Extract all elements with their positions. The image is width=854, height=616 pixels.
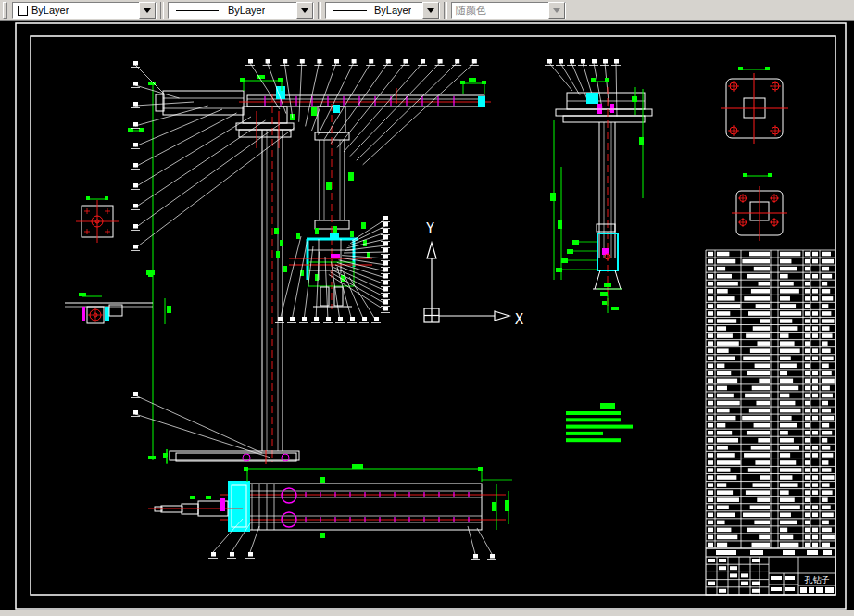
drawing-primitive [708, 386, 713, 391]
drawing-primitive [350, 63, 440, 157]
drawing-primitive [348, 172, 354, 181]
drawing-primitive [708, 371, 713, 376]
drawing-primitive [600, 403, 615, 409]
drawing-primitive [805, 304, 810, 308]
drawing-primitive [299, 63, 302, 122]
drawing-primitive [708, 326, 713, 331]
drawing-primitive [822, 274, 832, 279]
drawing-primitive [427, 243, 436, 258]
drawing-primitive [805, 311, 810, 316]
drawing-primitive [812, 490, 818, 495]
drawing-primitive [812, 468, 818, 472]
drawing-primitive [756, 304, 770, 308]
drawing-primitive [717, 513, 735, 518]
drawing-primitive [805, 497, 810, 502]
drawing-primitive [266, 59, 270, 64]
drawing-primitive [805, 394, 810, 398]
drawing-primitive [741, 582, 748, 585]
drawing-primitive [805, 364, 810, 369]
drawing-primitive [708, 296, 713, 301]
drawing-primitive [749, 409, 770, 413]
drawing-primitive [812, 371, 818, 376]
drawing-primitive [805, 535, 810, 540]
plan-view [148, 449, 512, 560]
drawing-primitive [812, 348, 818, 353]
drawing-primitive [780, 535, 793, 540]
drawing-primitive [744, 296, 770, 301]
drawing-primitive [822, 543, 830, 547]
drawing-primitive [280, 240, 283, 246]
drawing-primitive [717, 333, 733, 338]
drawing-primitive [472, 59, 477, 64]
drawing-primitive [717, 274, 732, 279]
drawing-primitive [822, 252, 831, 257]
drawing-primitive [708, 446, 713, 450]
drawing-primitive [333, 226, 337, 233]
drawing-primitive [748, 468, 770, 472]
drawing-primitive [592, 59, 597, 64]
drawing-primitive [822, 394, 833, 398]
drawing-primitive [595, 270, 600, 289]
drawing-primitive [812, 289, 818, 294]
drawing-primitive [560, 63, 580, 95]
drawing-primitive [361, 222, 366, 229]
drawing-primitive [822, 311, 831, 316]
drawing-primitive [278, 78, 283, 82]
drawing-primitive [780, 468, 801, 472]
drawing-primitive [717, 490, 733, 495]
flange-views [721, 67, 788, 241]
drawing-primitive [708, 289, 713, 294]
drawing-primitive [148, 456, 156, 459]
drawing-primitive [780, 528, 787, 533]
drawing-primitive [780, 483, 798, 487]
drawing-primitive [812, 453, 818, 458]
drawing-primitive [283, 59, 287, 64]
drawing-primitive [717, 453, 735, 458]
drawing-primitive [708, 319, 713, 323]
drawing-primitive [812, 379, 818, 383]
drawing-primitive [248, 552, 253, 557]
drawing-primitive [780, 543, 798, 547]
drawing-primitive [333, 105, 340, 113]
drawing-primitive [240, 78, 245, 82]
drawing-primitive [805, 513, 810, 518]
drawing-primitive [708, 490, 713, 495]
drawing-primitive [738, 67, 743, 70]
drawing-primitive [339, 260, 385, 271]
drawing-primitive [805, 386, 810, 391]
drawing-primitive [780, 490, 789, 495]
drawing-primitive [133, 392, 138, 396]
drawing-primitive [752, 559, 760, 562]
drawing-primitive [315, 220, 349, 229]
drawing-primitive [780, 453, 790, 458]
drawing-primitive [236, 123, 294, 130]
drawing-primitive [747, 371, 770, 376]
drawing-primitive [747, 431, 770, 435]
drawing-primitive [566, 432, 603, 435]
drawing-primitive [300, 59, 305, 64]
drawing-primitive [320, 533, 325, 538]
drawing-primitive [708, 453, 713, 458]
drawing-primitive [558, 220, 562, 229]
drawing-primitive [805, 423, 810, 428]
drawing-primitive [369, 59, 373, 64]
drawing-primitive [708, 582, 715, 585]
drawing-primitive [708, 341, 713, 346]
drawing-primitive [563, 116, 645, 122]
drawing-primitive [505, 500, 509, 511]
drawing-primitive [478, 467, 483, 471]
drawing-primitive [708, 460, 713, 465]
drawing-primitive [751, 446, 770, 450]
drawing-primitive [822, 521, 829, 525]
drawing-primitive [780, 401, 795, 406]
drawing-primitive [315, 228, 319, 234]
drawing-primitive [717, 289, 728, 294]
drawing-primitive [752, 589, 760, 593]
drawing-primitive [708, 267, 713, 271]
drawing-primitive [455, 59, 459, 64]
drawing-primitive [717, 296, 735, 301]
drawing-canvas[interactable]: X Y 孔钻子 [0, 0, 854, 616]
drawing-primitive [311, 107, 317, 116]
drawing-primitive [812, 506, 818, 510]
drawing-primitive [768, 173, 772, 177]
